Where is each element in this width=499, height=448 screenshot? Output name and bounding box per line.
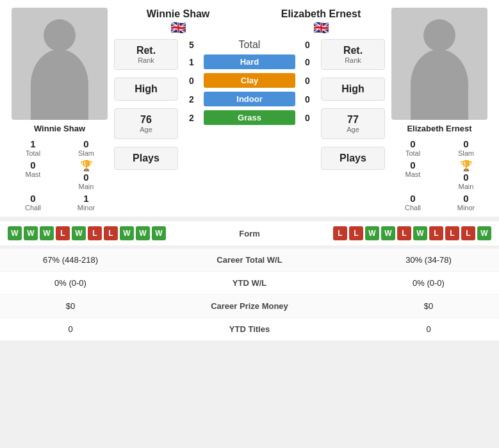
clay-surface-btn: Clay xyxy=(204,73,295,88)
grass-left-val: 2 xyxy=(182,113,201,123)
left-rank-value: Ret. xyxy=(122,45,170,56)
right-slam-stat: 0 Slam xyxy=(443,138,489,157)
total-surface-label: Total xyxy=(201,39,298,51)
right-plays-box: Plays xyxy=(321,147,385,170)
left-form-badge: W xyxy=(8,226,22,240)
right-chall-label: Chall xyxy=(390,204,436,212)
players-names-row: Winnie Shaw 🇬🇧 Elizabeth Ernest 🇬🇧 xyxy=(114,8,385,35)
career-stat-right-val: 30% (34-78) xyxy=(371,255,486,265)
right-age-label: Age xyxy=(329,126,377,133)
left-form-badges: WWWLWLLWWW xyxy=(8,226,218,240)
hard-right-val: 0 xyxy=(298,57,317,67)
right-mast-label: Mast xyxy=(390,170,436,178)
right-rank-label: Rank xyxy=(329,56,377,64)
right-form-badges: LLWWLWLLLW xyxy=(282,226,492,240)
left-form-badge: L xyxy=(104,226,118,240)
right-name-header: Elizabeth Ernest xyxy=(257,8,385,20)
left-player-photo xyxy=(12,8,108,120)
clay-left-val: 0 xyxy=(182,76,201,86)
career-stat-label: Career Prize Money xyxy=(128,301,371,311)
left-plays-value: Plays xyxy=(122,153,170,164)
career-stat-left-val: $0 xyxy=(13,301,128,311)
indoor-left-val: 2 xyxy=(182,94,201,104)
career-stats-row: $0Career Prize Money$0 xyxy=(0,295,499,318)
career-stat-right-val: 0 xyxy=(371,324,486,334)
left-age-label: Age xyxy=(122,126,170,133)
left-minor-value: 1 xyxy=(63,193,109,204)
total-right-val: 0 xyxy=(298,40,317,50)
left-slam-label: Slam xyxy=(63,149,109,157)
career-stat-right-val: 0% (0-0) xyxy=(371,278,486,288)
left-rank-label: Rank xyxy=(122,56,170,64)
left-slam-stat: 0 Slam xyxy=(63,138,109,157)
right-age-value: 77 xyxy=(329,114,377,126)
right-minor-stat: 0 Minor xyxy=(443,193,489,212)
grass-surface-row: 2 Grass 0 xyxy=(182,110,317,125)
career-stat-left-val: 0 xyxy=(13,324,128,334)
right-total-value: 0 xyxy=(390,138,436,149)
left-flag: 🇬🇧 xyxy=(114,20,242,35)
right-mast-stat: 0 Mast xyxy=(390,160,436,190)
left-player-name: Winnie Shaw xyxy=(34,124,85,133)
left-chall-value: 0 xyxy=(10,193,56,204)
right-form-badge: L xyxy=(397,226,411,240)
grass-surface-btn: Grass xyxy=(204,110,295,125)
right-total-stat: 0 Total xyxy=(390,138,436,157)
career-stat-label: YTD Titles xyxy=(128,324,371,334)
left-form-badge: W xyxy=(24,226,38,240)
left-form-badge: L xyxy=(88,226,102,240)
right-rank-value: Ret. xyxy=(329,45,377,56)
left-main-label: Main xyxy=(79,183,94,190)
left-chall-stat: 0 Chall xyxy=(10,193,56,212)
left-minor-stat: 1 Minor xyxy=(63,193,109,212)
left-main-value: 0 xyxy=(83,172,88,183)
right-slam-value: 0 xyxy=(443,138,489,149)
right-form-badge: W xyxy=(477,226,491,240)
left-age-value: 76 xyxy=(122,114,170,126)
left-minor-label: Minor xyxy=(63,204,109,212)
left-plays-box: Plays xyxy=(114,147,178,170)
right-player-stats: 0 Total 0 Slam 0 Mast 🏆 0 Main 0 xyxy=(385,138,494,212)
left-form-badge: W xyxy=(40,226,54,240)
career-stat-label: YTD W/L xyxy=(128,278,371,288)
career-stat-left-val: 0% (0-0) xyxy=(13,278,128,288)
right-rank-box: Ret. Rank xyxy=(321,39,385,70)
career-stats-row: 0YTD Titles0 xyxy=(0,318,499,341)
right-flag: 🇬🇧 xyxy=(257,20,385,35)
form-section: WWWLWLLWWW Form LLWWLWLLLW xyxy=(0,220,499,246)
right-player-column: Elizabeth Ernest 0 Total 0 Slam 0 Mast 🏆… xyxy=(385,8,494,212)
indoor-surface-row: 2 Indoor 0 xyxy=(182,92,317,106)
right-form-badge: W xyxy=(365,226,379,240)
left-mast-label: Mast xyxy=(10,170,56,178)
right-form-badge: L xyxy=(461,226,475,240)
surfaces-col: 5 Total 0 1 Hard 0 0 Clay 0 xyxy=(182,39,317,174)
left-total-label: Total xyxy=(10,149,56,157)
left-high-value: High xyxy=(122,83,170,95)
right-chall-value: 0 xyxy=(390,193,436,204)
left-form-badge: W xyxy=(72,226,86,240)
right-form-badge: W xyxy=(413,226,427,240)
right-minor-value: 0 xyxy=(443,193,489,204)
hard-left-val: 1 xyxy=(182,57,201,67)
right-form-badge: L xyxy=(333,226,347,240)
career-stats-row: 67% (448-218)Career Total W/L30% (34-78) xyxy=(0,249,499,272)
left-name-block: Winnie Shaw 🇬🇧 xyxy=(114,8,242,35)
top-section: Winnie Shaw 1 Total 0 Slam 0 Mast 🏆 0 xyxy=(0,0,499,217)
career-stats-row: 0% (0-0)YTD W/L0% (0-0) xyxy=(0,272,499,295)
right-form-badge: L xyxy=(349,226,363,240)
indoor-surface-btn: Indoor xyxy=(204,92,295,106)
main-container: Winnie Shaw 1 Total 0 Slam 0 Mast 🏆 0 xyxy=(0,0,499,341)
right-main-label: Main xyxy=(459,183,474,190)
left-high-box: High xyxy=(114,78,178,101)
right-total-label: Total xyxy=(390,149,436,157)
right-minor-label: Minor xyxy=(443,204,489,212)
right-player-name: Elizabeth Ernest xyxy=(407,124,471,133)
form-label: Form xyxy=(218,229,282,238)
right-age-box: 77 Age xyxy=(321,108,385,139)
hard-surface-row: 1 Hard 0 xyxy=(182,54,317,69)
left-trophy-icon: 🏆 xyxy=(80,160,93,172)
grass-right-val: 0 xyxy=(298,113,317,123)
center-main: Winnie Shaw 🇬🇧 Elizabeth Ernest 🇬🇧 Ret. … xyxy=(114,8,385,212)
surface-and-info: Ret. Rank High 76 Age Plays xyxy=(114,39,385,174)
left-form-badge: W xyxy=(120,226,134,240)
